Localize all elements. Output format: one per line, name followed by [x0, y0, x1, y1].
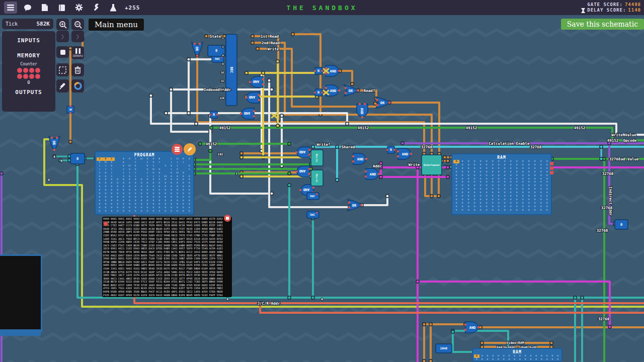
lab-button[interactable] [107, 2, 120, 14]
wire-junction[interactable] [270, 192, 273, 195]
wire-junction[interactable] [276, 60, 279, 63]
wire-junction[interactable] [199, 142, 202, 145]
program-memory-panel[interactable]: PROGRAM 30240322008212040150055011111100… [95, 151, 194, 215]
gate-n[interactable]: N [314, 67, 323, 74]
wire-junction[interactable] [443, 156, 446, 159]
component-box[interactable]: Mix-In [311, 170, 323, 186]
wire-junction[interactable] [351, 82, 354, 85]
gate-n[interactable]: N [67, 105, 74, 114]
wire-junction[interactable] [346, 122, 349, 125]
wire-junction[interactable] [276, 124, 279, 127]
ram-panel[interactable]: RAM 000000000000000000000000000000000000… [451, 153, 552, 215]
stop-button[interactable] [56, 46, 69, 58]
wire-junction[interactable] [187, 112, 190, 115]
wire-junction[interactable] [423, 359, 426, 362]
tools-button[interactable] [90, 2, 103, 14]
wire-junction[interactable] [451, 330, 454, 333]
wire-junction[interactable] [205, 35, 208, 38]
gate-n[interactable]: N [386, 146, 395, 153]
wire-junction[interactable] [336, 178, 339, 182]
wire-junction[interactable] [240, 175, 243, 178]
zoom-in-button[interactable] [56, 19, 69, 30]
wire-junction[interactable] [149, 94, 152, 97]
wire-junction[interactable] [574, 296, 577, 299]
wire-junction[interactable] [446, 175, 449, 178]
save-schematic-button[interactable]: Save this schematic [561, 19, 644, 30]
wire-junction[interactable] [288, 184, 291, 187]
gate-n[interactable]: N [209, 111, 218, 118]
wire-junction[interactable] [336, 145, 339, 148]
gate-swc[interactable]: SWC [307, 193, 319, 200]
wire-junction[interactable] [262, 71, 265, 74]
wire-junction[interactable] [165, 112, 168, 115]
wire-junction[interactable] [240, 156, 243, 159]
settings-button[interactable] [72, 2, 86, 14]
wire-junction[interactable] [600, 145, 603, 148]
fast-step-button[interactable]: ❯ [71, 31, 84, 42]
component-box[interactable]: 0 [70, 153, 85, 164]
wire-junction[interactable] [288, 142, 291, 145]
gate-n[interactable]: N [314, 89, 323, 96]
wire-junction[interactable] [437, 195, 440, 198]
wire-junction[interactable] [430, 195, 433, 198]
counter-dots[interactable] [16, 68, 42, 79]
wire-junction[interactable] [550, 341, 553, 344]
wire-junction[interactable] [210, 126, 213, 129]
wire-junction[interactable] [386, 195, 389, 198]
wire-junction[interactable] [270, 88, 273, 91]
wire-junction[interactable] [288, 296, 291, 299]
wire-junction[interactable] [311, 145, 314, 148]
wire-junction[interactable] [251, 35, 254, 38]
library-button[interactable] [55, 2, 68, 14]
wire-junction[interactable] [446, 159, 449, 162]
delete-button[interactable] [71, 63, 84, 76]
edit-button[interactable] [56, 79, 69, 93]
schematics-button[interactable] [38, 2, 51, 14]
component-box[interactable]: Mix-In [311, 150, 323, 166]
component-box[interactable]: 0 [615, 220, 628, 229]
wire-junction[interactable] [240, 152, 243, 155]
wire-junction[interactable] [268, 79, 271, 82]
wire-junction[interactable] [195, 122, 198, 125]
wire-junction[interactable] [256, 47, 259, 50]
wire-junction[interactable] [0, 172, 3, 175]
zoom-out-button[interactable] [71, 19, 84, 30]
memory-hex-dump[interactable]: 0000 0001 0001 0002 0003 0005 0008 000D … [102, 217, 232, 297]
program-save-button[interactable] [172, 144, 183, 155]
wire-junction[interactable] [581, 296, 584, 299]
component-box[interactable]: DEC [226, 34, 237, 106]
component-box[interactable]: Interleaver [422, 155, 442, 175]
tick-field[interactable]: Tick 582K [2, 19, 53, 29]
wire-junction[interactable] [446, 166, 449, 169]
wire-junction[interactable] [401, 142, 404, 145]
wire-junction[interactable] [280, 114, 283, 117]
step-button[interactable]: ❯ [56, 31, 69, 42]
wire-junction[interactable] [251, 41, 254, 44]
wire-junction[interactable] [187, 58, 190, 61]
wire-junction[interactable] [416, 280, 419, 283]
wire-junction[interactable] [608, 325, 611, 328]
wire-junction[interactable] [291, 33, 294, 36]
gate-swc[interactable]: SWC [307, 211, 319, 218]
video-ram-panel[interactable]: RAM 00000000000000000000000000000000 [472, 348, 562, 362]
wire-junction[interactable] [69, 140, 72, 143]
wire-junction[interactable] [480, 341, 484, 344]
wire-junction[interactable] [170, 88, 173, 91]
wire-junction[interactable] [600, 157, 603, 160]
wire-junction[interactable] [423, 323, 426, 326]
pause-button[interactable]: 100kHz [71, 46, 84, 59]
wire-junction[interactable] [288, 172, 291, 175]
wire-junction[interactable] [245, 71, 248, 74]
hex-panel-close-button[interactable] [224, 215, 231, 222]
main-menu-button[interactable] [4, 2, 17, 14]
wire-junction[interactable] [311, 296, 314, 299]
wire-junction[interactable] [429, 359, 432, 362]
program-edit-button[interactable] [184, 143, 196, 155]
loop-button[interactable] [71, 79, 84, 93]
wire-junction[interactable] [429, 323, 432, 326]
wire-junction[interactable] [379, 175, 382, 178]
chat-button[interactable] [21, 2, 34, 14]
wire-junction[interactable] [209, 149, 212, 152]
component-box[interactable]: 2048 [436, 344, 452, 353]
select-button[interactable] [56, 63, 69, 76]
